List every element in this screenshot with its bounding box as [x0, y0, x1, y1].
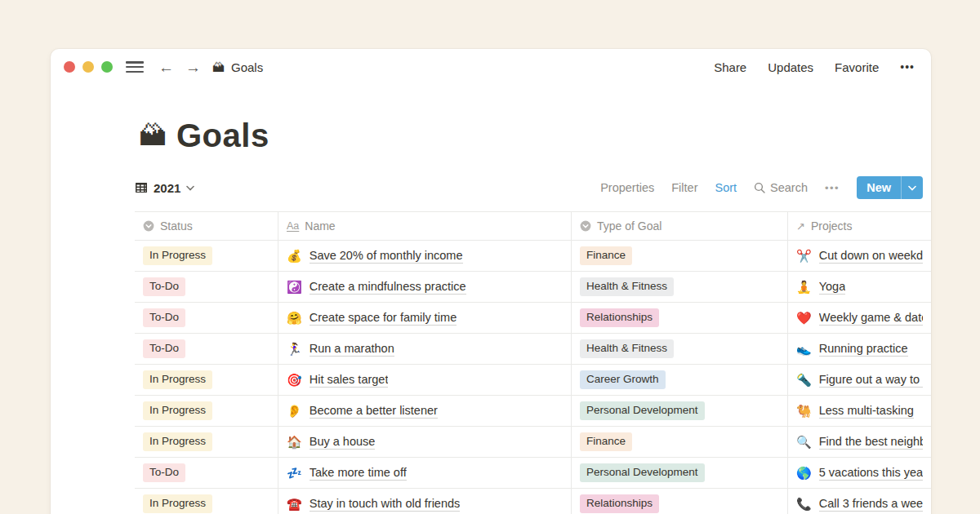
- project-name-link[interactable]: Figure out a way to get leads: [819, 373, 923, 388]
- status-cell[interactable]: To-Do: [135, 272, 278, 302]
- type-of-goal-cell[interactable]: Health & Fitness: [572, 272, 788, 302]
- zoom-window-button[interactable]: [101, 61, 113, 73]
- projects-cell[interactable]: ❤️ Weekly game & date nights: [788, 303, 931, 333]
- status-tag[interactable]: To-Do: [143, 339, 185, 357]
- forward-arrow-icon[interactable]: →: [185, 60, 201, 75]
- search-button[interactable]: Search: [754, 181, 808, 194]
- type-of-goal-cell[interactable]: Relationships: [572, 489, 788, 514]
- type-of-goal-cell[interactable]: Relationships: [572, 303, 788, 333]
- column-header-status[interactable]: Status: [135, 212, 278, 240]
- status-cell[interactable]: In Progress: [135, 396, 278, 426]
- back-arrow-icon[interactable]: ←: [158, 60, 174, 75]
- table-row[interactable]: To-Do 💤 Take more time off Personal Deve…: [135, 458, 931, 489]
- goal-name-link[interactable]: Buy a house: [310, 435, 376, 450]
- column-header-type-of-goal[interactable]: Type of Goal: [572, 212, 788, 240]
- table-row[interactable]: To-Do ☯️ Create a mindfulness practice H…: [135, 272, 931, 303]
- goal-name-link[interactable]: Save 20% of monthly income: [310, 249, 463, 264]
- projects-cell[interactable]: 🌎 5 vacations this year: [788, 458, 931, 488]
- projects-cell[interactable]: 🔦 Figure out a way to get leads: [788, 365, 931, 395]
- table-row[interactable]: In Progress 🎯 Hit sales target Career Gr…: [135, 365, 931, 396]
- type-of-goal-cell[interactable]: Personal Development: [572, 458, 788, 488]
- share-button[interactable]: Share: [714, 60, 746, 74]
- status-cell[interactable]: In Progress: [135, 489, 278, 514]
- status-tag[interactable]: In Progress: [143, 370, 212, 388]
- project-name-link[interactable]: 5 vacations this year: [819, 466, 923, 481]
- project-name-link[interactable]: Cut down on weekday spending: [819, 249, 923, 264]
- type-of-goal-cell[interactable]: Finance: [572, 241, 788, 271]
- name-cell[interactable]: 🎯 Hit sales target: [278, 365, 572, 395]
- minimize-window-button[interactable]: [82, 61, 94, 73]
- projects-cell[interactable]: ✂️ Cut down on weekday spending: [788, 241, 931, 271]
- sidebar-menu-icon[interactable]: [126, 61, 144, 73]
- type-of-goal-tag[interactable]: Personal Development: [580, 401, 705, 419]
- status-cell[interactable]: In Progress: [135, 365, 278, 395]
- projects-cell[interactable]: 🐫 Less multi-tasking: [788, 396, 931, 426]
- projects-cell[interactable]: 👟 Running practice: [788, 334, 931, 364]
- column-header-name[interactable]: Aa Name: [278, 212, 572, 240]
- status-cell[interactable]: To-Do: [135, 458, 278, 488]
- status-cell[interactable]: To-Do: [135, 303, 278, 333]
- status-tag[interactable]: In Progress: [143, 432, 212, 450]
- goal-name-link[interactable]: Stay in touch with old friends: [310, 497, 461, 512]
- new-record-button[interactable]: New: [857, 176, 923, 199]
- status-cell[interactable]: In Progress: [135, 427, 278, 457]
- view-more-options-icon[interactable]: •••: [825, 182, 840, 194]
- updates-button[interactable]: Updates: [768, 60, 813, 74]
- name-cell[interactable]: 🤗 Create space for family time: [278, 303, 572, 333]
- status-cell[interactable]: To-Do: [135, 334, 278, 364]
- table-row[interactable]: To-Do 🏃‍♀️ Run a marathon Health & Fitne…: [135, 334, 931, 365]
- goal-name-link[interactable]: Run a marathon: [310, 342, 394, 357]
- new-button-label[interactable]: New: [857, 176, 901, 199]
- type-of-goal-tag[interactable]: Finance: [580, 432, 632, 450]
- name-cell[interactable]: ☯️ Create a mindfulness practice: [278, 272, 572, 302]
- table-row[interactable]: In Progress 👂 Become a better listener P…: [135, 396, 931, 427]
- table-row[interactable]: In Progress 🏠 Buy a house Finance 🔍 Find…: [135, 427, 931, 458]
- table-row[interactable]: In Progress ☎️ Stay in touch with old fr…: [135, 489, 931, 514]
- type-of-goal-cell[interactable]: Finance: [572, 427, 788, 457]
- filter-button[interactable]: Filter: [671, 181, 697, 194]
- project-name-link[interactable]: Weekly game & date nights: [819, 311, 923, 326]
- projects-cell[interactable]: 🧘 Yoga: [788, 272, 931, 302]
- project-name-link[interactable]: Less multi-tasking: [819, 404, 914, 419]
- project-name-link[interactable]: Yoga: [819, 280, 846, 295]
- view-switcher[interactable]: 2021: [135, 181, 194, 195]
- status-tag[interactable]: In Progress: [143, 246, 212, 264]
- type-of-goal-cell[interactable]: Personal Development: [572, 396, 788, 426]
- projects-cell[interactable]: 🔍 Find the best neighborhood: [788, 427, 931, 457]
- name-cell[interactable]: 💰 Save 20% of monthly income: [278, 241, 572, 271]
- close-window-button[interactable]: [64, 61, 75, 73]
- goal-name-link[interactable]: Take more time off: [310, 466, 407, 481]
- status-tag[interactable]: To-Do: [143, 308, 185, 326]
- type-of-goal-tag[interactable]: Career Growth: [580, 370, 666, 388]
- name-cell[interactable]: ☎️ Stay in touch with old friends: [278, 489, 572, 514]
- sort-button[interactable]: Sort: [715, 181, 737, 194]
- type-of-goal-cell[interactable]: Health & Fitness: [572, 334, 788, 364]
- status-tag[interactable]: In Progress: [143, 401, 212, 419]
- type-of-goal-tag[interactable]: Personal Development: [580, 463, 705, 481]
- table-row[interactable]: In Progress 💰 Save 20% of monthly income…: [135, 241, 931, 272]
- new-button-dropdown[interactable]: [901, 176, 923, 199]
- status-tag[interactable]: In Progress: [143, 494, 212, 512]
- name-cell[interactable]: 👂 Become a better listener: [278, 396, 572, 426]
- type-of-goal-tag[interactable]: Health & Fitness: [580, 277, 674, 295]
- breadcrumb[interactable]: 🏔 Goals: [212, 60, 263, 74]
- goal-name-link[interactable]: Create a mindfulness practice: [310, 280, 466, 295]
- name-cell[interactable]: 💤 Take more time off: [278, 458, 572, 488]
- project-name-link[interactable]: Running practice: [819, 342, 908, 357]
- properties-button[interactable]: Properties: [600, 181, 654, 194]
- name-cell[interactable]: 🏠 Buy a house: [278, 427, 572, 457]
- name-cell[interactable]: 🏃‍♀️ Run a marathon: [278, 334, 572, 364]
- column-header-projects[interactable]: ↗ Projects: [788, 212, 931, 240]
- project-name-link[interactable]: Find the best neighborhood: [819, 435, 923, 450]
- status-cell[interactable]: In Progress: [135, 241, 278, 271]
- type-of-goal-tag[interactable]: Relationships: [580, 308, 659, 326]
- type-of-goal-tag[interactable]: Health & Fitness: [580, 339, 674, 357]
- status-tag[interactable]: To-Do: [143, 463, 185, 481]
- type-of-goal-cell[interactable]: Career Growth: [572, 365, 788, 395]
- goal-name-link[interactable]: Create space for family time: [310, 311, 457, 326]
- projects-cell[interactable]: 📞 Call 3 friends a week: [788, 489, 931, 514]
- status-tag[interactable]: To-Do: [143, 277, 185, 295]
- more-options-icon[interactable]: •••: [900, 60, 915, 73]
- favorite-button[interactable]: Favorite: [835, 60, 879, 74]
- goal-name-link[interactable]: Hit sales target: [310, 373, 389, 388]
